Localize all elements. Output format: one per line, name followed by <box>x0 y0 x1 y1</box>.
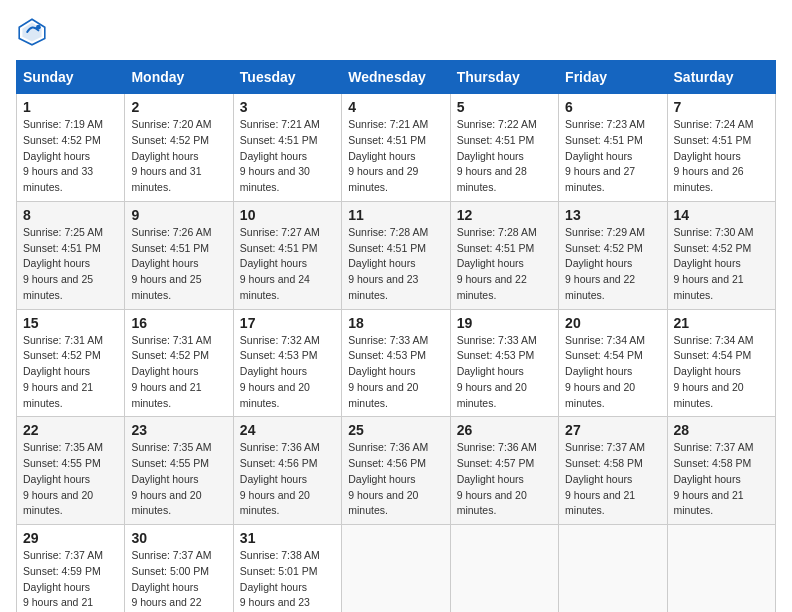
calendar-cell: 20 Sunrise: 7:34 AM Sunset: 4:54 PM Dayl… <box>559 309 667 417</box>
day-info: Sunrise: 7:36 AM Sunset: 4:56 PM Dayligh… <box>240 440 335 519</box>
day-number: 12 <box>457 207 552 223</box>
day-info: Sunrise: 7:25 AM Sunset: 4:51 PM Dayligh… <box>23 225 118 304</box>
calendar-body: 1 Sunrise: 7:19 AM Sunset: 4:52 PM Dayli… <box>17 94 776 613</box>
day-number: 11 <box>348 207 443 223</box>
calendar-cell: 2 Sunrise: 7:20 AM Sunset: 4:52 PM Dayli… <box>125 94 233 202</box>
day-info: Sunrise: 7:31 AM Sunset: 4:52 PM Dayligh… <box>23 333 118 412</box>
calendar-table: SundayMondayTuesdayWednesdayThursdayFrid… <box>16 60 776 612</box>
day-number: 26 <box>457 422 552 438</box>
day-number: 8 <box>23 207 118 223</box>
calendar-cell: 29 Sunrise: 7:37 AM Sunset: 4:59 PM Dayl… <box>17 525 125 613</box>
calendar-cell: 1 Sunrise: 7:19 AM Sunset: 4:52 PM Dayli… <box>17 94 125 202</box>
calendar-cell: 8 Sunrise: 7:25 AM Sunset: 4:51 PM Dayli… <box>17 201 125 309</box>
day-number: 24 <box>240 422 335 438</box>
weekday-header-thursday: Thursday <box>450 61 558 94</box>
calendar-cell: 3 Sunrise: 7:21 AM Sunset: 4:51 PM Dayli… <box>233 94 341 202</box>
calendar-cell: 11 Sunrise: 7:28 AM Sunset: 4:51 PM Dayl… <box>342 201 450 309</box>
page-header <box>16 16 776 48</box>
calendar-cell: 24 Sunrise: 7:36 AM Sunset: 4:56 PM Dayl… <box>233 417 341 525</box>
day-info: Sunrise: 7:24 AM Sunset: 4:51 PM Dayligh… <box>674 117 769 196</box>
calendar-cell: 23 Sunrise: 7:35 AM Sunset: 4:55 PM Dayl… <box>125 417 233 525</box>
day-info: Sunrise: 7:31 AM Sunset: 4:52 PM Dayligh… <box>131 333 226 412</box>
calendar-cell <box>450 525 558 613</box>
calendar-cell: 27 Sunrise: 7:37 AM Sunset: 4:58 PM Dayl… <box>559 417 667 525</box>
calendar-cell: 9 Sunrise: 7:26 AM Sunset: 4:51 PM Dayli… <box>125 201 233 309</box>
weekday-header-tuesday: Tuesday <box>233 61 341 94</box>
day-info: Sunrise: 7:29 AM Sunset: 4:52 PM Dayligh… <box>565 225 660 304</box>
day-number: 29 <box>23 530 118 546</box>
calendar-cell: 22 Sunrise: 7:35 AM Sunset: 4:55 PM Dayl… <box>17 417 125 525</box>
day-info: Sunrise: 7:28 AM Sunset: 4:51 PM Dayligh… <box>348 225 443 304</box>
calendar-cell: 13 Sunrise: 7:29 AM Sunset: 4:52 PM Dayl… <box>559 201 667 309</box>
day-info: Sunrise: 7:34 AM Sunset: 4:54 PM Dayligh… <box>674 333 769 412</box>
day-info: Sunrise: 7:35 AM Sunset: 4:55 PM Dayligh… <box>23 440 118 519</box>
day-info: Sunrise: 7:23 AM Sunset: 4:51 PM Dayligh… <box>565 117 660 196</box>
day-info: Sunrise: 7:35 AM Sunset: 4:55 PM Dayligh… <box>131 440 226 519</box>
day-info: Sunrise: 7:28 AM Sunset: 4:51 PM Dayligh… <box>457 225 552 304</box>
day-number: 3 <box>240 99 335 115</box>
day-info: Sunrise: 7:37 AM Sunset: 5:00 PM Dayligh… <box>131 548 226 612</box>
day-number: 19 <box>457 315 552 331</box>
logo-icon <box>16 16 48 48</box>
day-info: Sunrise: 7:20 AM Sunset: 4:52 PM Dayligh… <box>131 117 226 196</box>
day-number: 13 <box>565 207 660 223</box>
day-info: Sunrise: 7:27 AM Sunset: 4:51 PM Dayligh… <box>240 225 335 304</box>
day-number: 21 <box>674 315 769 331</box>
day-number: 14 <box>674 207 769 223</box>
svg-point-2 <box>36 25 41 30</box>
calendar-cell: 17 Sunrise: 7:32 AM Sunset: 4:53 PM Dayl… <box>233 309 341 417</box>
day-number: 17 <box>240 315 335 331</box>
day-number: 30 <box>131 530 226 546</box>
day-number: 20 <box>565 315 660 331</box>
day-info: Sunrise: 7:22 AM Sunset: 4:51 PM Dayligh… <box>457 117 552 196</box>
calendar-cell: 7 Sunrise: 7:24 AM Sunset: 4:51 PM Dayli… <box>667 94 775 202</box>
calendar-cell: 28 Sunrise: 7:37 AM Sunset: 4:58 PM Dayl… <box>667 417 775 525</box>
day-info: Sunrise: 7:30 AM Sunset: 4:52 PM Dayligh… <box>674 225 769 304</box>
calendar-cell: 5 Sunrise: 7:22 AM Sunset: 4:51 PM Dayli… <box>450 94 558 202</box>
calendar-cell: 16 Sunrise: 7:31 AM Sunset: 4:52 PM Dayl… <box>125 309 233 417</box>
calendar-cell: 15 Sunrise: 7:31 AM Sunset: 4:52 PM Dayl… <box>17 309 125 417</box>
day-number: 1 <box>23 99 118 115</box>
day-info: Sunrise: 7:34 AM Sunset: 4:54 PM Dayligh… <box>565 333 660 412</box>
calendar-cell <box>667 525 775 613</box>
day-number: 18 <box>348 315 443 331</box>
day-info: Sunrise: 7:36 AM Sunset: 4:56 PM Dayligh… <box>348 440 443 519</box>
calendar-week-4: 22 Sunrise: 7:35 AM Sunset: 4:55 PM Dayl… <box>17 417 776 525</box>
day-info: Sunrise: 7:33 AM Sunset: 4:53 PM Dayligh… <box>457 333 552 412</box>
day-number: 7 <box>674 99 769 115</box>
weekday-header-saturday: Saturday <box>667 61 775 94</box>
weekday-header-sunday: Sunday <box>17 61 125 94</box>
day-info: Sunrise: 7:33 AM Sunset: 4:53 PM Dayligh… <box>348 333 443 412</box>
calendar-cell: 10 Sunrise: 7:27 AM Sunset: 4:51 PM Dayl… <box>233 201 341 309</box>
calendar-cell: 25 Sunrise: 7:36 AM Sunset: 4:56 PM Dayl… <box>342 417 450 525</box>
day-number: 31 <box>240 530 335 546</box>
calendar-cell <box>559 525 667 613</box>
calendar-week-2: 8 Sunrise: 7:25 AM Sunset: 4:51 PM Dayli… <box>17 201 776 309</box>
calendar-week-3: 15 Sunrise: 7:31 AM Sunset: 4:52 PM Dayl… <box>17 309 776 417</box>
calendar-cell: 21 Sunrise: 7:34 AM Sunset: 4:54 PM Dayl… <box>667 309 775 417</box>
calendar-cell: 18 Sunrise: 7:33 AM Sunset: 4:53 PM Dayl… <box>342 309 450 417</box>
day-number: 10 <box>240 207 335 223</box>
day-number: 25 <box>348 422 443 438</box>
day-info: Sunrise: 7:19 AM Sunset: 4:52 PM Dayligh… <box>23 117 118 196</box>
day-info: Sunrise: 7:37 AM Sunset: 4:58 PM Dayligh… <box>565 440 660 519</box>
day-number: 28 <box>674 422 769 438</box>
day-number: 15 <box>23 315 118 331</box>
calendar-cell: 26 Sunrise: 7:36 AM Sunset: 4:57 PM Dayl… <box>450 417 558 525</box>
logo <box>16 16 52 48</box>
day-info: Sunrise: 7:37 AM Sunset: 4:58 PM Dayligh… <box>674 440 769 519</box>
calendar-cell: 14 Sunrise: 7:30 AM Sunset: 4:52 PM Dayl… <box>667 201 775 309</box>
day-info: Sunrise: 7:21 AM Sunset: 4:51 PM Dayligh… <box>348 117 443 196</box>
day-info: Sunrise: 7:37 AM Sunset: 4:59 PM Dayligh… <box>23 548 118 612</box>
weekday-header-friday: Friday <box>559 61 667 94</box>
day-number: 23 <box>131 422 226 438</box>
day-info: Sunrise: 7:32 AM Sunset: 4:53 PM Dayligh… <box>240 333 335 412</box>
day-info: Sunrise: 7:21 AM Sunset: 4:51 PM Dayligh… <box>240 117 335 196</box>
calendar-cell: 4 Sunrise: 7:21 AM Sunset: 4:51 PM Dayli… <box>342 94 450 202</box>
day-info: Sunrise: 7:36 AM Sunset: 4:57 PM Dayligh… <box>457 440 552 519</box>
calendar-cell: 6 Sunrise: 7:23 AM Sunset: 4:51 PM Dayli… <box>559 94 667 202</box>
day-number: 6 <box>565 99 660 115</box>
calendar-week-1: 1 Sunrise: 7:19 AM Sunset: 4:52 PM Dayli… <box>17 94 776 202</box>
weekday-header-wednesday: Wednesday <box>342 61 450 94</box>
day-number: 9 <box>131 207 226 223</box>
